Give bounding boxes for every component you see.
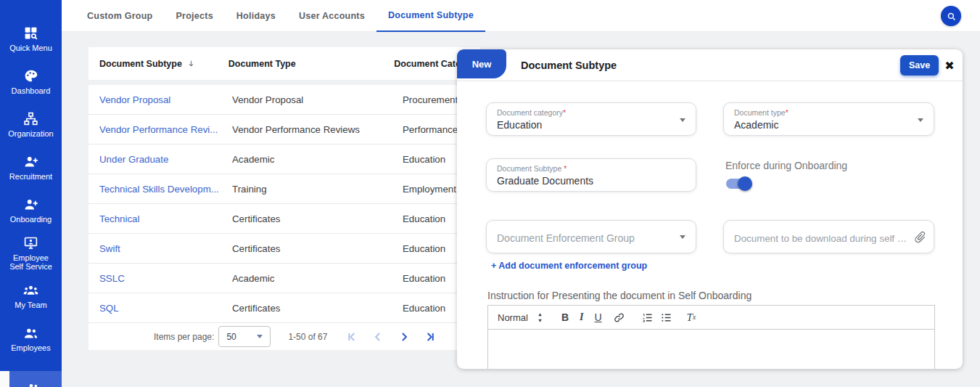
field-label: Document category xyxy=(497,108,563,117)
enforce-onboarding-label: Enforce during Onboarding xyxy=(725,160,847,171)
tab-holidays[interactable]: Holidays xyxy=(225,0,287,32)
type-cell: Vendor Proposal xyxy=(232,94,403,105)
employee-self-service-icon xyxy=(23,235,38,250)
document-enforcement-group-field[interactable]: Document Enforcement Group xyxy=(486,220,696,253)
sidebar-item-label: Recruitment xyxy=(7,172,56,181)
tab-document-subtype[interactable]: Document Subtype xyxy=(376,0,485,32)
sidebar-item-organization[interactable]: Organization xyxy=(0,103,62,146)
previous-page-button[interactable] xyxy=(365,324,391,350)
required-mark: * xyxy=(564,164,567,173)
last-page-button[interactable] xyxy=(417,324,443,350)
sidebar-item-employees[interactable]: Employees xyxy=(0,317,62,360)
sidebar-item-employee-self-service[interactable]: Employee Self Service xyxy=(0,232,62,274)
sidebar-item-my-team[interactable]: My Team xyxy=(0,274,62,317)
link-button[interactable] xyxy=(613,311,625,324)
chevron-right-icon xyxy=(397,330,411,344)
table-row[interactable]: Under Graduate Academic Education xyxy=(88,144,480,174)
sidebar-item-label: Onboarding xyxy=(7,215,56,224)
bold-button[interactable]: B xyxy=(561,311,569,323)
search-icon xyxy=(946,11,957,22)
table-row[interactable]: SQL Certificates Education xyxy=(88,293,480,323)
tab-user-accounts[interactable]: User Accounts xyxy=(287,0,376,32)
field-label: Document type xyxy=(734,108,786,117)
document-subtype-field[interactable]: Document Subtype * Graduate Documents xyxy=(486,158,696,192)
download-document-field[interactable]: Document to be download during self on..… xyxy=(723,220,934,253)
sidebar-item-label: Organization xyxy=(7,129,56,138)
onboarding-icon xyxy=(23,197,38,212)
sidebar-item-label: Employee Self Service xyxy=(7,253,56,271)
document-type-field[interactable]: Document type* Academic xyxy=(723,102,934,136)
chevron-down-icon xyxy=(680,118,685,122)
partial-item-icon xyxy=(27,382,40,387)
subtype-link[interactable]: Technical Skills Developm... xyxy=(99,184,219,195)
sidebar-partial-gap xyxy=(0,371,9,387)
subtype-link[interactable]: SQL xyxy=(99,303,119,314)
dashboard-icon xyxy=(23,68,38,83)
rich-text-editor: Normal B I U Tx xyxy=(487,305,935,369)
table-body: Vendor Proposal Vendor Proposal Procurem… xyxy=(88,85,480,350)
subtype-link[interactable]: Swift xyxy=(99,243,120,254)
table-row[interactable]: Technical Skills Developm... Training Em… xyxy=(88,174,480,204)
next-page-button[interactable] xyxy=(391,324,417,350)
editor-toolbar: Normal B I U Tx xyxy=(488,306,934,330)
clear-format-button[interactable]: Tx xyxy=(687,311,696,324)
column-header-document-subtype[interactable]: Document Subtype xyxy=(88,59,228,69)
recruitment-icon xyxy=(23,154,38,169)
ordered-list-button[interactable] xyxy=(641,311,654,324)
bullet-list-button[interactable] xyxy=(660,311,672,324)
field-value: Academic xyxy=(734,119,923,131)
tab-custom-group[interactable]: Custom Group xyxy=(75,0,165,32)
column-label: Document Subtype xyxy=(99,59,182,69)
tab-label: Custom Group xyxy=(87,11,153,21)
column-header-document-type[interactable]: Document Type xyxy=(228,59,394,69)
sidebar-item-label: Employees xyxy=(7,343,56,352)
items-per-page-select[interactable]: 50 xyxy=(218,326,271,347)
document-subtype-panel: New Document Subtype Save ✖ Document cat… xyxy=(457,49,963,369)
type-cell: Certificates xyxy=(232,243,403,254)
employees-icon xyxy=(23,325,38,341)
subtype-link[interactable]: Under Graduate xyxy=(99,154,168,165)
sidebar-item-quick-menu[interactable]: Quick Menu xyxy=(0,17,62,60)
table-row[interactable]: Vendor Performance Revi... Vendor Perfor… xyxy=(88,115,480,144)
type-cell: Vendor Performance Reviews xyxy=(232,124,403,135)
subtype-link[interactable]: Technical xyxy=(99,213,139,224)
toggle-knob xyxy=(738,176,752,191)
save-button[interactable]: Save xyxy=(900,55,939,76)
table-row[interactable]: Technical Certificates Education xyxy=(88,204,480,234)
close-icon[interactable]: ✖ xyxy=(942,58,957,73)
sidebar-item-label: My Team xyxy=(7,301,56,309)
sidebar: Quick Menu Dashboard Organization Recrui… xyxy=(0,0,62,387)
underline-button[interactable]: U xyxy=(594,311,601,323)
chevron-down-icon xyxy=(680,235,685,239)
chevron-down-icon xyxy=(257,335,263,338)
table-row[interactable]: Swift Certificates Education xyxy=(88,234,480,264)
sidebar-item-label: Quick Menu xyxy=(7,44,56,52)
chevron-left-icon xyxy=(371,330,385,344)
column-label: Document Type xyxy=(228,59,296,69)
table-row[interactable]: Vendor Proposal Vendor Proposal Procurem… xyxy=(88,85,480,115)
document-category-field[interactable]: Document category* Education xyxy=(486,102,696,136)
search-button[interactable] xyxy=(941,6,961,26)
italic-button[interactable]: I xyxy=(580,311,583,323)
tab-projects[interactable]: Projects xyxy=(165,0,225,32)
sidebar-item-recruitment[interactable]: Recruitment xyxy=(0,146,62,189)
first-page-button[interactable] xyxy=(339,324,365,350)
sidebar-item-dashboard[interactable]: Dashboard xyxy=(0,60,62,103)
tab-bar: Custom Group Projects Holidays User Acco… xyxy=(62,0,980,32)
enforce-onboarding-toggle[interactable] xyxy=(726,179,750,189)
field-placeholder: Document to be download during self on..… xyxy=(734,233,923,244)
items-per-page-label: Items per page: xyxy=(154,332,214,342)
subtype-link[interactable]: Vendor Performance Revi... xyxy=(99,124,218,135)
format-dropdown[interactable]: Normal xyxy=(498,312,528,323)
sidebar-item-onboarding[interactable]: Onboarding xyxy=(0,189,62,232)
sidebar-item-partial[interactable] xyxy=(9,371,62,387)
subtype-link[interactable]: Vendor Proposal xyxy=(99,94,170,105)
table-row[interactable]: SSLC Academic Education xyxy=(88,264,480,293)
subtype-link[interactable]: SSLC xyxy=(99,273,125,284)
panel-header: New Document Subtype Save ✖ xyxy=(457,49,963,81)
type-cell: Certificates xyxy=(232,213,403,224)
type-cell: Certificates xyxy=(232,303,403,314)
new-tab-chip[interactable]: New xyxy=(457,49,506,78)
add-enforcement-group-link[interactable]: + Add document enforcement group xyxy=(491,261,647,271)
field-value: Education xyxy=(497,119,685,131)
